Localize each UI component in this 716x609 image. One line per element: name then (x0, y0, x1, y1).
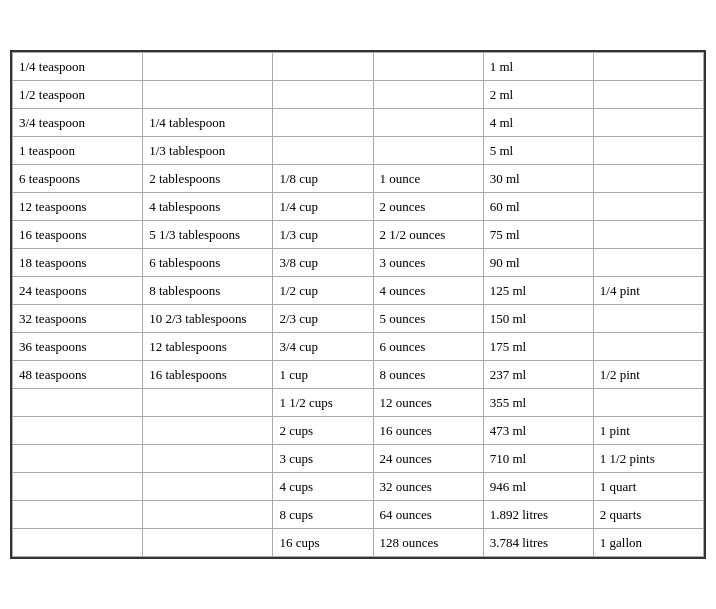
table-cell: 16 teaspoons (13, 221, 143, 249)
table-row: 6 teaspoons2 tablespoons1/8 cup1 ounce30… (13, 165, 704, 193)
table-cell (593, 165, 703, 193)
table-cell (373, 53, 483, 81)
table-cell: 1 1/2 cups (273, 389, 373, 417)
table-cell: 6 teaspoons (13, 165, 143, 193)
table-cell: 2/3 cup (273, 305, 373, 333)
table-cell (13, 389, 143, 417)
table-cell: 64 ounces (373, 501, 483, 529)
table-cell: 36 teaspoons (13, 333, 143, 361)
table-row: 16 cups128 ounces3.784 litres1 gallon (13, 529, 704, 557)
table-cell: 5 ml (483, 137, 593, 165)
table-cell (13, 445, 143, 473)
table-cell: 1/4 tablespoon (143, 109, 273, 137)
table-row: 1 teaspoon1/3 tablespoon5 ml (13, 137, 704, 165)
table-cell: 1 1/2 pints (593, 445, 703, 473)
table-cell: 30 ml (483, 165, 593, 193)
table-row: 3 cups24 ounces710 ml1 1/2 pints (13, 445, 704, 473)
table-cell: 5 ounces (373, 305, 483, 333)
table-row: 16 teaspoons5 1/3 tablespoons1/3 cup2 1/… (13, 221, 704, 249)
table-row: 32 teaspoons10 2/3 tablespoons2/3 cup5 o… (13, 305, 704, 333)
table-cell: 16 cups (273, 529, 373, 557)
table-cell: 1/4 teaspoon (13, 53, 143, 81)
table-cell: 1/2 pint (593, 361, 703, 389)
table-cell: 48 teaspoons (13, 361, 143, 389)
table-cell (13, 529, 143, 557)
table-cell (143, 417, 273, 445)
conversion-table: 1/4 teaspoon1 ml1/2 teaspoon2 ml3/4 teas… (10, 50, 706, 559)
table-cell: 8 cups (273, 501, 373, 529)
table-cell (273, 53, 373, 81)
table-cell: 60 ml (483, 193, 593, 221)
table-cell: 1 ml (483, 53, 593, 81)
table-cell: 6 ounces (373, 333, 483, 361)
table-cell (273, 137, 373, 165)
table-cell: 1 quart (593, 473, 703, 501)
table-cell (143, 81, 273, 109)
table-cell: 10 2/3 tablespoons (143, 305, 273, 333)
table-cell: 16 ounces (373, 417, 483, 445)
table-cell: 32 teaspoons (13, 305, 143, 333)
table-cell (593, 53, 703, 81)
table-cell (13, 473, 143, 501)
table-cell: 1.892 litres (483, 501, 593, 529)
table-cell: 3 ounces (373, 249, 483, 277)
table-cell: 12 teaspoons (13, 193, 143, 221)
table-cell: 18 teaspoons (13, 249, 143, 277)
table-row: 1/2 teaspoon2 ml (13, 81, 704, 109)
table-cell (143, 501, 273, 529)
table-cell: 3/8 cup (273, 249, 373, 277)
table-cell: 2 ml (483, 81, 593, 109)
table-cell: 24 teaspoons (13, 277, 143, 305)
table-cell: 3/4 cup (273, 333, 373, 361)
table-cell (273, 109, 373, 137)
table-cell: 1/4 cup (273, 193, 373, 221)
table-cell: 2 ounces (373, 193, 483, 221)
table-cell (143, 53, 273, 81)
table-cell (143, 473, 273, 501)
table-cell (593, 221, 703, 249)
table-cell: 125 ml (483, 277, 593, 305)
table-cell: 8 ounces (373, 361, 483, 389)
table-cell: 75 ml (483, 221, 593, 249)
table-cell (593, 81, 703, 109)
table-row: 3/4 teaspoon1/4 tablespoon4 ml (13, 109, 704, 137)
table-row: 48 teaspoons16 tablespoons1 cup8 ounces2… (13, 361, 704, 389)
table-cell: 4 cups (273, 473, 373, 501)
table-cell: 1/3 tablespoon (143, 137, 273, 165)
table-row: 4 cups32 ounces946 ml1 quart (13, 473, 704, 501)
table-cell: 1/2 teaspoon (13, 81, 143, 109)
table-cell: 237 ml (483, 361, 593, 389)
table-cell: 1/3 cup (273, 221, 373, 249)
table-row: 18 teaspoons6 tablespoons3/8 cup3 ounces… (13, 249, 704, 277)
table-cell: 1 cup (273, 361, 373, 389)
table-cell: 1/2 cup (273, 277, 373, 305)
table-cell (143, 445, 273, 473)
table-cell: 3/4 teaspoon (13, 109, 143, 137)
table-cell: 1/4 pint (593, 277, 703, 305)
table-cell: 24 ounces (373, 445, 483, 473)
table-row: 36 teaspoons12 tablespoons3/4 cup6 ounce… (13, 333, 704, 361)
table-cell (373, 81, 483, 109)
table-cell: 12 tablespoons (143, 333, 273, 361)
table-cell: 32 ounces (373, 473, 483, 501)
table-cell (373, 109, 483, 137)
table-cell: 2 tablespoons (143, 165, 273, 193)
table-cell: 4 tablespoons (143, 193, 273, 221)
table-cell (593, 249, 703, 277)
table-cell: 150 ml (483, 305, 593, 333)
table-cell: 355 ml (483, 389, 593, 417)
table-cell: 1 pint (593, 417, 703, 445)
table-row: 8 cups64 ounces1.892 litres2 quarts (13, 501, 704, 529)
table-cell: 1 teaspoon (13, 137, 143, 165)
table-cell: 473 ml (483, 417, 593, 445)
table-cell (593, 389, 703, 417)
table-cell: 710 ml (483, 445, 593, 473)
table-row: 1 1/2 cups12 ounces355 ml (13, 389, 704, 417)
table-cell (13, 417, 143, 445)
table-cell: 3.784 litres (483, 529, 593, 557)
table-cell: 128 ounces (373, 529, 483, 557)
table-row: 12 teaspoons4 tablespoons1/4 cup2 ounces… (13, 193, 704, 221)
table-cell (143, 389, 273, 417)
table-cell: 12 ounces (373, 389, 483, 417)
table-cell: 4 ml (483, 109, 593, 137)
